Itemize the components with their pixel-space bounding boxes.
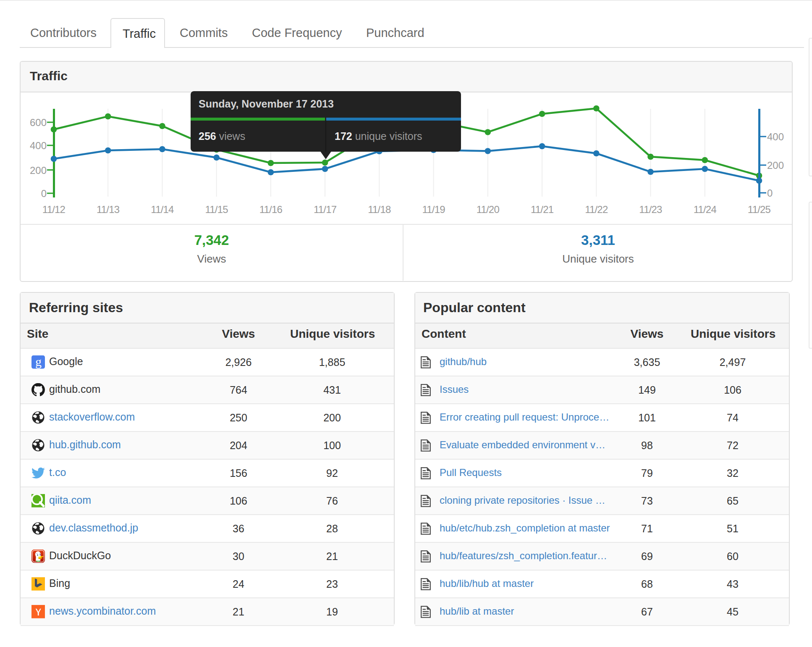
- svg-text:600: 600: [30, 117, 47, 128]
- svg-text:11/23: 11/23: [639, 204, 662, 215]
- svg-text:11/22: 11/22: [585, 204, 608, 215]
- svg-text:11/18: 11/18: [368, 204, 391, 215]
- svg-text:11/24: 11/24: [694, 204, 717, 215]
- svg-text:200: 200: [767, 160, 784, 171]
- svg-text:11/13: 11/13: [97, 204, 120, 215]
- svg-text:11/12: 11/12: [42, 204, 65, 215]
- svg-text:11/21: 11/21: [531, 204, 554, 215]
- svg-text:11/15: 11/15: [205, 204, 228, 215]
- svg-text:11/19: 11/19: [422, 204, 445, 215]
- svg-text:11/16: 11/16: [259, 204, 283, 215]
- svg-text:11/20: 11/20: [477, 204, 500, 215]
- svg-text:200: 200: [30, 165, 47, 176]
- svg-text:11/25: 11/25: [748, 204, 771, 215]
- svg-text:0: 0: [767, 187, 773, 199]
- svg-text:400: 400: [30, 140, 47, 151]
- svg-text:11/17: 11/17: [314, 204, 337, 215]
- svg-text:11/14: 11/14: [151, 204, 174, 215]
- svg-text:400: 400: [767, 131, 784, 142]
- svg-text:0: 0: [41, 188, 47, 199]
